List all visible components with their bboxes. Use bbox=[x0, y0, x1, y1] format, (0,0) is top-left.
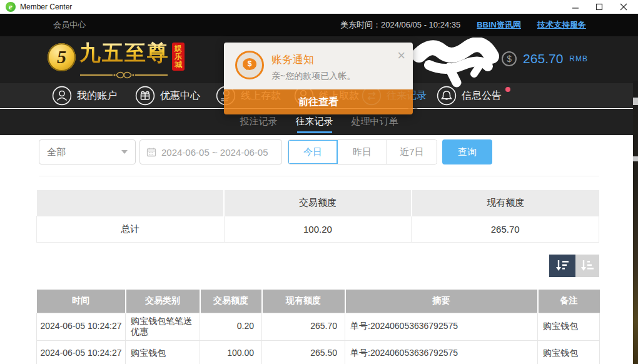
dollar-bubble-icon: $ bbox=[243, 58, 256, 70]
cell-type: 购宝钱包笔笔送优惠 bbox=[126, 313, 200, 340]
balance-display[interactable]: $ 265.70 RMB bbox=[502, 51, 588, 66]
nav-label: 信息公告 bbox=[462, 89, 502, 103]
balance-currency: RMB bbox=[569, 54, 588, 63]
cell-balance: 265.50 bbox=[262, 340, 345, 364]
popup-close-icon[interactable]: × bbox=[397, 48, 405, 64]
dollar-coin-icon: $ bbox=[502, 51, 517, 66]
cell-time: 2024-06-05 10:24:27 bbox=[37, 313, 126, 340]
quick-yesterday-button[interactable]: 昨日 bbox=[338, 140, 387, 164]
user-icon bbox=[52, 86, 72, 106]
cell-type: 购宝钱包 bbox=[126, 340, 200, 364]
eastern-time-label: 美东时间：2024/06/05 - 10:24:35 bbox=[340, 19, 460, 31]
cell-summary: 单号:202406053636792575 bbox=[345, 313, 538, 340]
maximize-button[interactable] bbox=[589, 1, 610, 13]
minimize-button[interactable] bbox=[565, 1, 586, 13]
app-icon: e bbox=[6, 2, 16, 12]
date-range-value: 2024-06-05 ~ 2024-06-05 bbox=[161, 147, 268, 158]
summary-total-balance: 265.70 bbox=[412, 216, 599, 242]
type-select[interactable]: 全部 bbox=[39, 139, 136, 164]
cell-balance: 265.70 bbox=[262, 313, 345, 340]
col-amount: 交易额度 bbox=[200, 290, 262, 313]
quick-last7days-button[interactable]: 近7日 bbox=[387, 140, 437, 164]
summary-total-row: 总计 100.20 265.70 bbox=[37, 216, 599, 242]
nav-item-my-account[interactable]: 我的账户 bbox=[52, 86, 117, 106]
table-row: 2024-06-05 10:24:27 购宝钱包 100.00 265.50 单… bbox=[37, 340, 600, 364]
redaction-scribble bbox=[412, 38, 502, 89]
summary-header-blank bbox=[37, 190, 225, 216]
gift-icon bbox=[135, 86, 155, 106]
tech-support-link[interactable]: 技术支持服务 bbox=[537, 19, 586, 31]
summary-header-row: 交易额度 现有额度 bbox=[37, 190, 599, 216]
balance-amount: 265.70 bbox=[523, 51, 563, 66]
col-summary: 摘要 bbox=[345, 290, 538, 313]
sort-descending-button[interactable] bbox=[549, 255, 575, 277]
logo-flourish-icon bbox=[80, 71, 168, 79]
cell-remark: 购宝钱包 bbox=[538, 313, 600, 340]
nav-label: 我的账户 bbox=[77, 89, 117, 103]
summary-header-balance: 现有额度 bbox=[412, 190, 599, 216]
close-icon bbox=[620, 3, 627, 11]
summary-total-amount: 100.20 bbox=[224, 216, 412, 242]
window-titlebar: e Member Center bbox=[0, 0, 638, 14]
bbin-news-link[interactable]: BBIN资讯网 bbox=[477, 19, 521, 31]
quick-date-group: 今日 昨日 近7日 bbox=[288, 139, 437, 164]
window-title: Member Center bbox=[20, 3, 72, 11]
notification-message: 亲~您的款项已入帐。 bbox=[271, 71, 355, 82]
notification-dot-badge bbox=[505, 87, 510, 92]
top-info-bar: 会员中心 美东时间：2024/06/05 - 10:24:35 BBIN资讯网 … bbox=[0, 14, 638, 36]
cell-time: 2024-06-05 10:24:27 bbox=[37, 340, 126, 364]
calendar-icon bbox=[146, 147, 156, 157]
logo-title: 九五至尊 bbox=[79, 41, 170, 64]
edge-notch bbox=[633, 98, 638, 105]
col-time: 时间 bbox=[37, 290, 126, 313]
cell-remark: 购宝钱包 bbox=[538, 340, 600, 364]
query-button[interactable]: 查询 bbox=[442, 139, 492, 164]
transactions-table: 时间 交易类别 交易额度 现有额度 摘要 备注 2024-06-05 10:24… bbox=[36, 290, 600, 364]
filter-bar: 全部 2024-06-05 ~ 2024-06-05 今日 昨日 近7日 查询 bbox=[0, 139, 638, 164]
maximize-icon bbox=[595, 3, 603, 11]
notification-title: 账务通知 bbox=[271, 53, 314, 67]
col-type: 交易类别 bbox=[126, 290, 200, 313]
section-divider bbox=[39, 176, 599, 176]
cell-summary: 单号:202406053636792575 bbox=[345, 340, 538, 364]
table-row: 2024-06-05 10:24:27 购宝钱包笔笔送优惠 0.20 265.7… bbox=[37, 313, 600, 340]
go-view-button[interactable]: 前往查看 bbox=[224, 89, 413, 114]
chevron-down-icon bbox=[121, 150, 128, 154]
summary-total-label: 总计 bbox=[37, 216, 225, 242]
minimize-icon bbox=[572, 3, 579, 11]
summary-table: 交易额度 现有额度 总计 100.20 265.70 bbox=[36, 190, 599, 243]
breadcrumb: 会员中心 bbox=[53, 19, 86, 31]
type-select-value: 全部 bbox=[47, 146, 66, 158]
sort-ascending-icon bbox=[580, 259, 595, 273]
col-remark: 备注 bbox=[538, 290, 600, 313]
logo-tagline: 娱乐城 bbox=[172, 43, 185, 71]
logo-coin-icon: 5 bbox=[48, 43, 76, 71]
quick-today-button[interactable]: 今日 bbox=[288, 140, 338, 164]
window-edge-strip bbox=[633, 81, 638, 364]
money-message-icon: $ bbox=[235, 51, 264, 79]
date-range-input[interactable]: 2024-06-05 ~ 2024-06-05 bbox=[139, 139, 282, 164]
nav-item-promotions[interactable]: 优惠中心 bbox=[135, 86, 200, 106]
table-header-row: 时间 交易类别 交易额度 现有额度 摘要 备注 bbox=[37, 290, 600, 313]
nav-label: 优惠中心 bbox=[160, 89, 200, 103]
col-balance: 现有额度 bbox=[262, 290, 345, 313]
sort-ascending-button[interactable] bbox=[575, 255, 599, 277]
site-logo: 5 九五至尊 娱乐城 bbox=[48, 41, 185, 71]
cell-amount: 100.00 bbox=[200, 340, 262, 364]
account-notification-popup: $ 账务通知 亲~您的款项已入帐。 × 前往查看 bbox=[224, 43, 413, 114]
sort-descending-icon bbox=[555, 259, 570, 273]
cell-amount: 0.20 bbox=[200, 313, 262, 340]
close-button[interactable] bbox=[613, 1, 634, 13]
edge-notch bbox=[633, 156, 638, 161]
notification-body: $ 账务通知 亲~您的款项已入帐。 × bbox=[224, 43, 413, 89]
summary-header-amount: 交易额度 bbox=[224, 190, 412, 216]
